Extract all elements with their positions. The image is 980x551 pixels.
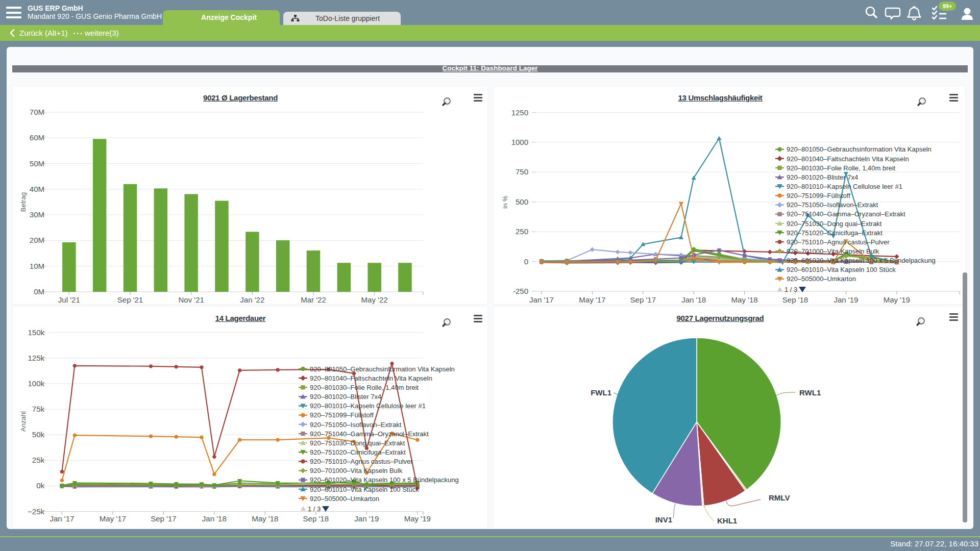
svg-text:0M: 0M [34,287,44,296]
svg-text:May '22: May '22 [361,295,388,304]
svg-text:Betrag: Betrag [19,192,27,212]
svg-text:INV1: INV1 [655,515,672,524]
svg-text:Sep '21: Sep '21 [117,295,143,304]
svg-text:920–601020–Vita Kapseln 100 x: 920–601020–Vita Kapseln 100 x 5 Bündelpa… [310,476,459,484]
svg-text:920–801010–Kapseln Cellulose l: 920–801010–Kapseln Cellulose leer #1 [310,402,426,410]
svg-text:1250: 1250 [511,108,528,117]
svg-text:Jan '18: Jan '18 [681,295,706,304]
svg-text:Jul '21: Jul '21 [58,295,80,304]
svg-text:May '17: May '17 [579,295,605,304]
svg-text:Jan '19: Jan '19 [834,295,858,304]
svg-text:750: 750 [516,167,528,176]
svg-text:70M: 70M [30,108,44,116]
svg-text:20M: 20M [30,236,44,244]
svg-text:40M: 40M [30,185,44,193]
svg-text:50M: 50M [30,159,44,168]
svg-text:920–801020–Blister 7x4: 920–801020–Blister 7x4 [310,393,381,400]
svg-text:920–801050–Gebrauchsinformatio: 920–801050–Gebrauchsinformation Vita Kap… [787,145,932,153]
svg-text:50k: 50k [32,430,45,439]
svg-text:May '18: May '18 [731,295,758,304]
svg-text:Sep '18: Sep '18 [303,514,329,523]
svg-text:500: 500 [516,197,528,206]
svg-text:Jan '17: Jan '17 [50,514,74,523]
svg-text:920–751040–Gamma–Oryzanol–Extr: 920–751040–Gamma–Oryzanol–Extrakt [787,210,905,218]
svg-text:May '19: May '19 [884,295,910,304]
svg-text:920–751030–Dong quai–Extrakt: 920–751030–Dong quai–Extrakt [310,439,405,447]
svg-text:920–601020–Vita Kapseln 100 x: 920–601020–Vita Kapseln 100 x 5 Bündelpa… [787,257,936,264]
svg-text:920–801050–Gebrauchsinformatio: 920–801050–Gebrauchsinformation Vita Kap… [310,365,455,373]
svg-text:1 / 3: 1 / 3 [308,505,321,513]
svg-text:Jan '18: Jan '18 [202,514,227,523]
svg-text:920–751050–Isoflavon–Extrakt: 920–751050–Isoflavon–Extrakt [787,201,878,209]
svg-text:75k: 75k [32,405,45,413]
svg-text:RWL1: RWL1 [799,388,821,397]
svg-text:Jan '22: Jan '22 [240,295,264,304]
svg-text:920–751099–Füllstoff: 920–751099–Füllstoff [787,192,850,199]
svg-text:920–801030–Folie Rolle, 1,40m: 920–801030–Folie Rolle, 1,40m breit [310,384,419,391]
svg-text:920–751020–Cimicifuga–Extrakt: 920–751020–Cimicifuga–Extrakt [310,448,406,456]
svg-text:May '18: May '18 [252,514,278,523]
svg-text:250: 250 [516,227,528,236]
svg-text:125k: 125k [28,354,44,362]
svg-text:1000: 1000 [511,138,528,146]
svg-text:Sep '18: Sep '18 [782,295,808,304]
svg-text:30M: 30M [30,210,44,219]
svg-text:920–751099–Füllstoff: 920–751099–Füllstoff [310,411,374,419]
svg-text:920–751030–Dong quai–Extrakt: 920–751030–Dong quai–Extrakt [787,220,882,228]
svg-text:0k: 0k [36,481,44,490]
svg-text:920–601010–Vita Kapseln 100 St: 920–601010–Vita Kapseln 100 Stück [787,266,896,273]
svg-text:0: 0 [524,257,528,266]
svg-text:Jan '17: Jan '17 [529,295,554,304]
svg-text:920–751050–Isoflavon–Extrakt: 920–751050–Isoflavon–Extrakt [310,421,402,429]
svg-text:920–751010–Agnus castus–Pulver: 920–751010–Agnus castus–Pulver [787,238,890,246]
svg-text:920–801010–Kapseln Cellulose l: 920–801010–Kapseln Cellulose leer #1 [787,183,902,190]
svg-text:920–751040–Gamma–Oryzanol–Extr: 920–751040–Gamma–Oryzanol–Extrakt [310,430,429,438]
svg-text:Nov '21: Nov '21 [179,295,204,304]
svg-text:920–505000–Umkarton: 920–505000–Umkarton [787,275,856,283]
svg-text:60M: 60M [30,133,44,142]
svg-text:920–505000–Umkarton: 920–505000–Umkarton [310,495,379,503]
svg-text:-250: -250 [513,287,528,295]
svg-text:−25k: −25k [28,507,44,516]
svg-text:920–751010–Agnus castus–Pulver: 920–751010–Agnus castus–Pulver [310,458,413,465]
svg-text:Sep '17: Sep '17 [151,514,176,523]
svg-text:Sep '17: Sep '17 [630,295,656,304]
svg-text:920–701000–Vita Kapseln Bulk: 920–701000–Vita Kapseln Bulk [787,247,879,255]
svg-text:in %: in % [501,195,509,209]
svg-text:920–751020–Cimicifuga–Extrakt: 920–751020–Cimicifuga–Extrakt [787,229,883,237]
svg-text:Mar '22: Mar '22 [301,295,326,304]
svg-text:Jan '19: Jan '19 [354,514,379,523]
svg-text:150k: 150k [28,328,44,337]
svg-text:920–801040–Faltschachteln Vita: 920–801040–Faltschachteln Vita Kapseln [787,155,909,163]
svg-text:920–601010–Vita Kapseln 100 St: 920–601010–Vita Kapseln 100 Stück [310,486,419,493]
svg-text:KHL1: KHL1 [717,516,737,525]
svg-text:Anzahl: Anzahl [19,411,27,432]
svg-text:RMLV: RMLV [769,493,790,502]
svg-text:920–801030–Folie Rolle, 1,40m: 920–801030–Folie Rolle, 1,40m breit [787,164,896,172]
svg-text:920–801040–Faltschachteln Vita: 920–801040–Faltschachteln Vita Kapseln [310,374,432,382]
svg-text:920–701000–Vita Kapseln Bulk: 920–701000–Vita Kapseln Bulk [310,467,403,474]
svg-text:10M: 10M [30,262,44,270]
svg-text:FWL1: FWL1 [591,388,611,397]
svg-text:25k: 25k [32,456,45,464]
svg-text:920–801020–Blister 7x4: 920–801020–Blister 7x4 [787,173,858,181]
svg-text:May '17: May '17 [100,514,126,523]
svg-text:100k: 100k [28,379,44,388]
svg-text:May '19: May '19 [404,514,431,523]
svg-text:1 / 3: 1 / 3 [785,286,797,293]
